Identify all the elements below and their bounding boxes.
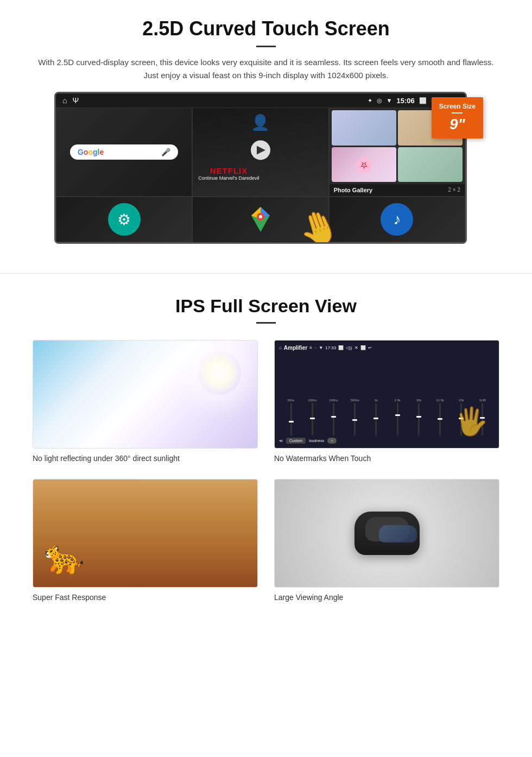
app-cell-netflix[interactable]: 👤 NETFLIX Continue Marvel's Daredevil Ne…: [192, 108, 328, 197]
amp-slider-3: 200hz: [324, 399, 343, 436]
mic-icon: 🎤: [161, 148, 170, 156]
amp-label-1: 60hz: [288, 399, 295, 402]
settings-icon-bg: ⚙: [108, 203, 141, 236]
netflix-play-button[interactable]: [251, 140, 270, 160]
amp-label-10: SUB: [479, 399, 486, 402]
section2-divider: [256, 322, 276, 324]
usb-icon: Ψ: [72, 96, 79, 105]
amp-dots: ··: [314, 345, 316, 350]
amp-arrow-left: ≪: [279, 439, 283, 443]
amp-slider-4: 500hz: [345, 399, 365, 436]
touch-hand: 🖐: [454, 406, 488, 437]
badge-divider: [452, 112, 463, 113]
amp-custom-button[interactable]: Custom: [286, 438, 306, 444]
netflix-brand-text: NETFLIX: [198, 166, 259, 175]
app-cell-sound[interactable]: ♪ Sound Search 1 × 1: [329, 197, 465, 242]
sound-label-row: Sound Search 1 × 1: [330, 242, 465, 242]
amp-slider-8: 12.5k: [430, 399, 449, 436]
amp-slider-7: 10k: [409, 399, 428, 436]
amp-slider-6: 2.5k: [388, 399, 407, 436]
device-topbar: ⌂ Ψ ✦ ◎ ▼ 15:06 ⬜ ◁)) ✕ —: [56, 93, 465, 108]
sunlight-visual: [33, 340, 257, 448]
feature-sunlight: No light reflecting under 360° direct su…: [33, 340, 258, 463]
amp-back: ↩: [368, 345, 372, 350]
amp-track-8: [439, 403, 441, 436]
music-note-icon: ♪: [393, 211, 401, 228]
netflix-person-silhouette: 👤: [251, 113, 270, 131]
sound-cell-content: ♪: [330, 197, 465, 242]
amp-track-4: [354, 403, 356, 436]
amp-track-1: [290, 403, 292, 436]
amp-track-5: [375, 403, 377, 436]
camera-icon: ⬜: [419, 97, 427, 104]
car-window: [379, 525, 417, 542]
section1-title: 2.5D Curved Touch Screen: [33, 17, 499, 40]
amp-track-2: [312, 403, 313, 436]
amp-thumb-8: [438, 418, 442, 420]
section1-divider: [256, 46, 276, 47]
car-label: Large Viewing Angle: [274, 593, 499, 602]
amp-min: ⬜: [360, 345, 366, 350]
section1-description: With 2.5D curved-display screen, this de…: [33, 56, 499, 82]
share-cell-content: 🤚: [193, 197, 328, 242]
amp-bottom: ≪ Custom loudness ○: [279, 438, 495, 444]
sunlight-label: No light reflecting under 360° direct su…: [33, 454, 258, 463]
sound-icon-circle: ♪: [381, 203, 413, 236]
amp-thumb-6: [395, 414, 400, 416]
feature-car: Large Viewing Angle: [274, 479, 499, 602]
amp-track-7: [418, 403, 420, 436]
amp-time: 17:33: [325, 345, 336, 350]
wifi-icon: ▼: [387, 97, 392, 104]
amp-slider-5: 1k: [366, 399, 386, 436]
amp-x: ✕: [354, 345, 358, 350]
amp-vol: ◁)): [346, 345, 352, 350]
section-divider-hr: [0, 273, 532, 274]
amp-camera: ⬜: [338, 345, 344, 350]
home-icon: ⌂: [62, 96, 67, 105]
car-body: [354, 512, 420, 555]
section-curved-screen: 2.5D Curved Touch Screen With 2.5D curve…: [0, 0, 532, 257]
amp-slider-1: 60hz: [281, 399, 301, 436]
amp-thumb-4: [352, 419, 357, 421]
photo-thumb-1: [332, 110, 396, 146]
section-ips: IPS Full Screen View No light reflecting…: [0, 290, 532, 623]
photo-thumb-flower: [332, 147, 396, 182]
google-cell-content: Google 🎤: [56, 108, 192, 196]
amp-topbar: ⌂ Amplifier ≡ ·· ▼ 17:33 ⬜ ◁)) ✕ ⬜ ↩: [279, 345, 495, 351]
google-search-bar[interactable]: Google 🎤: [70, 144, 178, 160]
car-visual: [275, 480, 499, 587]
settings-gear-icon: ⚙: [117, 211, 131, 229]
app-grid: Google 🎤 Google 3 × 1 👤: [56, 108, 465, 242]
amplifier-label: No Watermarks When Touch: [274, 454, 499, 463]
netflix-logo: NETFLIX Continue Marvel's Daredevil: [198, 166, 259, 181]
amp-label-9: 15k: [459, 399, 464, 402]
amp-home-icon: ⌂: [279, 345, 282, 350]
amp-title: Amplifier: [284, 345, 307, 351]
netflix-cell-content: 👤 NETFLIX Continue Marvel's Daredevil: [193, 108, 328, 196]
car-shape-wrapper: [354, 512, 420, 555]
amp-thumb-5: [373, 418, 378, 419]
screen-size-badge: Screen Size 9": [432, 97, 483, 138]
amp-track-3: [333, 403, 334, 436]
app-cell-settings[interactable]: ⚙ Settings shortcut 1 × 1: [56, 197, 192, 242]
amp-thumb-7: [416, 416, 421, 418]
amp-toggle[interactable]: ○: [327, 438, 337, 444]
amp-loudness-label: loudness: [309, 439, 324, 443]
amp-label-8: 12.5k: [436, 399, 444, 402]
amp-menu-icon: ≡: [309, 345, 312, 350]
app-cell-google[interactable]: Google 🎤 Google 3 × 1: [56, 108, 192, 197]
cheetah-emoji: 🐆: [44, 538, 85, 576]
amp-wifi: ▼: [319, 345, 323, 350]
bluetooth-icon: ✦: [368, 97, 372, 104]
svg-point-4: [259, 215, 262, 218]
device-screen: ⌂ Ψ ✦ ◎ ▼ 15:06 ⬜ ◁)) ✕ —: [54, 92, 467, 244]
topbar-icons-left: ⌂ Ψ: [62, 96, 79, 105]
app-cell-share[interactable]: 🤚 Share location 1 × 1: [192, 197, 328, 242]
cheetah-image: 🐆: [33, 479, 258, 588]
amp-label-3: 200hz: [329, 399, 338, 402]
amp-thumb-1: [289, 421, 294, 422]
maps-icon: [246, 205, 275, 234]
settings-cell-content: ⚙: [56, 197, 192, 242]
feature-amplifier: ⌂ Amplifier ≡ ·· ▼ 17:33 ⬜ ◁)) ✕ ⬜ ↩: [274, 340, 499, 463]
car-roof: [365, 517, 409, 541]
